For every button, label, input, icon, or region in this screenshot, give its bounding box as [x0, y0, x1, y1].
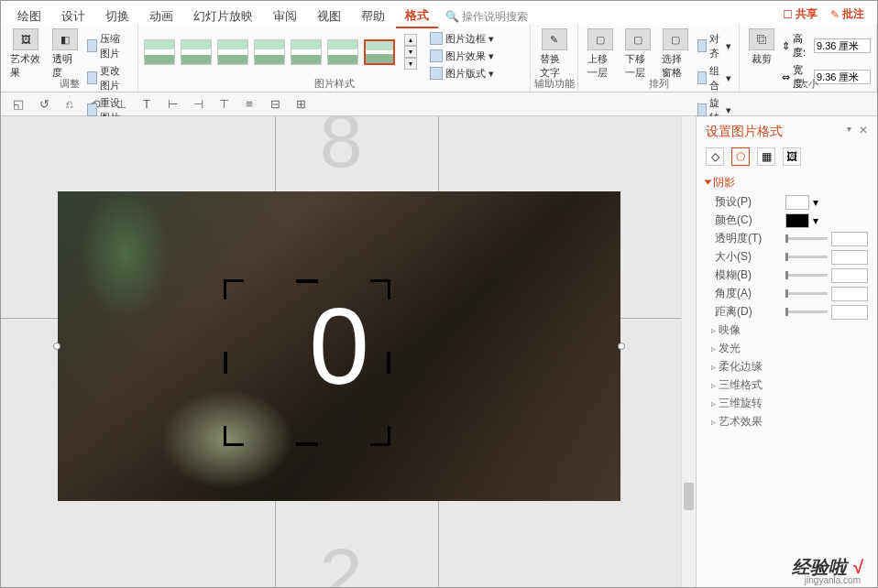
format-picture-pane: 设置图片格式 ▾ ✕ ◇ ⬠ ▦ 🖼 阴影 预设(P)▾ 颜色(C)▾ 透明度(…: [696, 116, 877, 587]
group-size-label: 大小: [740, 77, 876, 91]
qb-icon[interactable]: ≡: [241, 97, 258, 112]
style-thumb[interactable]: [327, 39, 358, 65]
artistic-effects-button[interactable]: 🖼艺术效果: [6, 27, 45, 82]
crop-button[interactable]: ⿻裁剪: [745, 27, 778, 68]
height-input[interactable]: [814, 38, 871, 53]
distance-spinner[interactable]: [831, 305, 868, 320]
qb-icon[interactable]: ⊣: [190, 97, 206, 112]
pane-tab-picture-icon[interactable]: 🖼: [783, 147, 801, 166]
qb-icon[interactable]: ⊤: [215, 97, 232, 112]
bg-number-bottom: 2: [320, 531, 363, 587]
picture-effects-button[interactable]: 图片效果 ▾: [428, 48, 496, 64]
group-aux-label: 辅助功能: [531, 77, 577, 91]
scrollbar-thumb[interactable]: [684, 483, 694, 510]
group-adjust-label: 调整: [1, 77, 137, 91]
pane-tab-fill-icon[interactable]: ◇: [706, 147, 724, 166]
section-softedge[interactable]: 柔化边缘: [711, 359, 868, 375]
blur-spinner[interactable]: [831, 268, 868, 283]
watermark-url: jingyanla.com: [805, 575, 861, 585]
section-shadow[interactable]: 阴影: [706, 175, 868, 191]
alt-text-button[interactable]: ✎替换文字: [536, 27, 572, 82]
pane-tab-size-icon[interactable]: ▦: [757, 147, 775, 166]
gallery-up[interactable]: ▴: [404, 34, 417, 46]
style-thumb[interactable]: [181, 39, 212, 65]
send-backward-button[interactable]: ▢下移一层: [621, 27, 655, 82]
resize-handle-left[interactable]: [53, 343, 60, 350]
section-artistic[interactable]: 艺术效果: [711, 414, 868, 430]
qb-icon[interactable]: ⊞: [292, 97, 309, 112]
ribbon-tabs: 绘图 设计 切换 动画 幻灯片放映 审阅 视图 帮助 格式 🔍 操作说明搜索: [1, 1, 877, 25]
style-thumb[interactable]: [217, 39, 248, 65]
slide-canvas[interactable]: 8 2 0: [1, 116, 681, 587]
blur-slider[interactable]: [785, 274, 828, 277]
section-glow[interactable]: 发光: [711, 341, 868, 356]
ribbon: 🖼艺术效果 ◧透明度 压缩图片 更改图片 重设图片 调整 ▴ ▾: [1, 25, 877, 93]
share-button[interactable]: ☐ 共享: [783, 6, 818, 22]
pane-title: 设置图片格式: [706, 124, 868, 140]
compress-picture-button[interactable]: 压缩图片: [85, 30, 132, 61]
gallery-down[interactable]: ▾: [404, 46, 417, 58]
slide-number-overlay: 0: [309, 284, 369, 408]
section-3dformat[interactable]: 三维格式: [711, 377, 868, 393]
gallery-more[interactable]: ▾: [404, 58, 417, 70]
quick-access-bar: ◱ ↺ ⎌ ⟲ ⊥ T ⊢ ⊣ ⊤ ≡ ⊟ ⊞: [1, 93, 877, 116]
style-thumb-selected[interactable]: [364, 39, 395, 65]
style-thumb[interactable]: [144, 39, 175, 65]
height-icon: ⇕: [782, 40, 790, 52]
bg-number-top: 8: [320, 116, 363, 185]
group-arrange-label: 排列: [578, 77, 739, 91]
preset-picker[interactable]: [785, 195, 809, 210]
transparency-slider[interactable]: [785, 237, 828, 240]
qb-icon[interactable]: ⊟: [267, 97, 283, 112]
angle-spinner[interactable]: [831, 287, 868, 301]
qb-icon[interactable]: ⊢: [164, 97, 181, 112]
group-styles-label: 图片样式: [138, 77, 530, 91]
transparency-button[interactable]: ◧透明度: [49, 27, 82, 82]
size-slider[interactable]: [785, 256, 828, 258]
pane-close-button[interactable]: ✕: [859, 124, 868, 136]
pane-tab-effects-icon[interactable]: ⬠: [731, 147, 750, 166]
color-picker[interactable]: [785, 213, 809, 228]
size-spinner[interactable]: [831, 250, 868, 265]
distance-slider[interactable]: [785, 310, 828, 313]
qb-icon[interactable]: T: [138, 97, 155, 112]
comment-button[interactable]: ✎ 批注: [830, 6, 864, 22]
bring-forward-button[interactable]: ▢上移一层: [584, 27, 618, 82]
style-thumb[interactable]: [291, 39, 322, 65]
picture-object[interactable]: 0: [58, 191, 620, 501]
tell-me-search[interactable]: 🔍 操作说明搜索: [445, 9, 528, 25]
align-button[interactable]: 对齐 ▾: [696, 30, 733, 61]
resize-handle-right[interactable]: [618, 343, 625, 350]
transparency-spinner[interactable]: [831, 232, 868, 246]
picture-border-button[interactable]: 图片边框 ▾: [428, 30, 496, 47]
style-thumb[interactable]: [254, 39, 285, 65]
selection-pane-button[interactable]: ▢选择窗格: [658, 27, 692, 82]
section-reflection[interactable]: 映像: [711, 322, 868, 338]
angle-slider[interactable]: [785, 292, 828, 295]
picture-style-gallery[interactable]: ▴ ▾ ▾: [144, 27, 417, 70]
pane-options-dropdown[interactable]: ▾: [847, 124, 851, 134]
section-3drotation[interactable]: 三维旋转: [711, 396, 868, 411]
vertical-scrollbar[interactable]: [681, 116, 696, 587]
